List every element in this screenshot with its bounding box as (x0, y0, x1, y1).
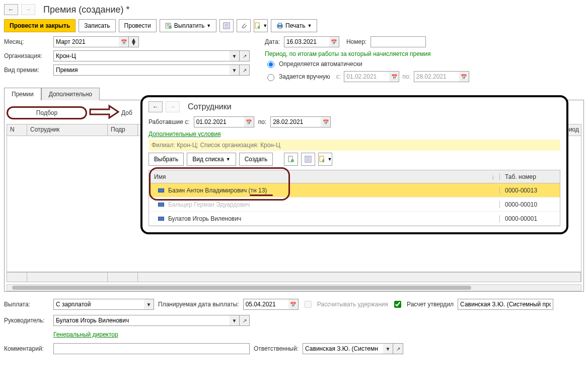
approved-label: Расчет утвердил (407, 301, 454, 308)
refresh-icon-button[interactable] (284, 153, 298, 166)
period-to-input[interactable] (414, 71, 459, 82)
select-button[interactable]: Выбрать (149, 153, 184, 166)
date-input[interactable] (284, 36, 329, 47)
calendar-icon[interactable]: 📅 (329, 36, 339, 47)
spinner-icon[interactable]: ▲▼ (129, 36, 139, 47)
month-input[interactable] (53, 36, 119, 47)
open-icon[interactable]: ↗ (240, 50, 250, 61)
post-button[interactable]: Провести (119, 19, 157, 32)
chevron-down-icon[interactable]: ▼ (230, 315, 240, 326)
period-manual-label: Задается вручную (279, 73, 330, 80)
number-input[interactable] (371, 36, 426, 47)
period-manual-radio[interactable] (267, 74, 274, 81)
pay-icon (165, 22, 172, 29)
popup-title: Сотрудники (188, 102, 232, 111)
list-icon-button[interactable] (301, 153, 315, 166)
pay-button[interactable]: Выплатить ▼ (160, 19, 216, 32)
payout-label: Выплата: (4, 301, 49, 308)
svg-point-9 (291, 159, 294, 162)
employee-icon (158, 217, 164, 221)
worked-to-input[interactable] (270, 116, 321, 127)
tab-premii[interactable]: Премии (4, 88, 41, 100)
create-button[interactable]: Создать (239, 153, 273, 166)
col-dept: Подр (108, 124, 138, 136)
filter-banner: Филиал: Крон-Ц; Список организация: Крон… (149, 140, 560, 151)
chevron-down-icon[interactable]: ▼ (383, 343, 393, 354)
open-icon[interactable]: ↗ (240, 315, 250, 326)
plan-date-label: Планируемая дата выплаты: (158, 301, 239, 308)
chevron-down-icon[interactable]: ▼ (144, 299, 154, 310)
print-button[interactable]: Печать ▼ (271, 19, 317, 32)
employees-popup: ← → Сотрудники Работавшие с: 📅 по: 📅 Доп… (140, 95, 568, 234)
popup-forward-button[interactable]: → (166, 101, 180, 112)
podbor-button[interactable]: Подбор (7, 106, 87, 119)
worked-from-input[interactable] (194, 116, 244, 127)
popup-back-button[interactable]: ← (149, 101, 163, 112)
employee-row[interactable]: Булатов Игорь Виленович 0000-00001 (149, 212, 560, 226)
col-name[interactable]: Имя↓ (149, 173, 499, 180)
date-label: Дата: (265, 38, 280, 45)
chevron-down-icon[interactable]: ▼ (230, 64, 240, 76)
list-icon-button[interactable] (219, 19, 234, 32)
responsible-label: Ответственный: (254, 345, 299, 352)
month-label: Месяц: (4, 38, 49, 45)
approved-checkbox[interactable] (394, 301, 401, 308)
sort-icon: ↓ (491, 173, 494, 180)
chevron-down-icon: ▼ (206, 23, 211, 28)
org-label: Организация: (4, 52, 49, 59)
type-input[interactable] (53, 64, 230, 76)
doc-action-button[interactable]: ▼ (254, 19, 268, 32)
manager-input[interactable] (53, 315, 230, 326)
calendar-icon[interactable]: 📅 (288, 299, 299, 310)
calc-hold-checkbox (305, 301, 312, 308)
period-auto-radio[interactable] (267, 61, 274, 68)
comment-label: Комментарий: (4, 345, 49, 352)
employee-row[interactable]: Базин Антон Владимирович (тн 13) 0000-00… (149, 183, 560, 198)
chevron-down-icon: ▼ (226, 157, 231, 162)
calendar-icon[interactable]: 📅 (459, 71, 469, 82)
attach-button[interactable] (237, 19, 251, 32)
extra-conditions-link[interactable]: Дополнительные условия (149, 131, 560, 138)
manager-role-link[interactable]: Генеральный директор (53, 331, 118, 338)
open-icon[interactable]: ↗ (393, 343, 403, 354)
col-n: N (7, 124, 27, 136)
type-label: Вид премии: (4, 67, 49, 74)
employee-icon (158, 188, 164, 192)
arrow-annotation (89, 104, 119, 121)
period-from-input[interactable] (344, 71, 389, 82)
calendar-icon[interactable]: 📅 (244, 116, 254, 127)
svg-rect-6 (278, 23, 281, 25)
doc-action-button[interactable]: ▼ (318, 153, 332, 166)
grid-footer (7, 272, 581, 282)
svg-rect-7 (278, 27, 281, 28)
calc-hold-label: Рассчитывать удержания (317, 301, 388, 308)
open-icon[interactable]: ↗ (240, 64, 250, 76)
employee-icon (158, 203, 164, 207)
plan-date-input[interactable] (243, 299, 288, 310)
period-auto-label: Определяется автоматически (279, 60, 362, 68)
chevron-down-icon: ▼ (307, 23, 312, 28)
org-input[interactable] (53, 50, 230, 61)
calendar-icon[interactable]: 📅 (321, 116, 331, 127)
printer-icon (276, 22, 283, 29)
responsible-input[interactable] (303, 343, 383, 354)
horizontal-scrollbar[interactable] (7, 284, 581, 291)
post-and-close-button[interactable]: Провести и закрыть (4, 19, 76, 32)
view-list-button[interactable]: Вид списка ▼ (187, 153, 236, 166)
svg-point-1 (169, 26, 172, 29)
to-label: по: (402, 73, 411, 80)
tab-dop[interactable]: Дополнительно (41, 88, 100, 100)
add-button-partial[interactable]: Доб (121, 109, 132, 116)
comment-input[interactable] (53, 343, 250, 354)
calendar-icon[interactable]: 📅 (119, 36, 129, 47)
approver-input[interactable] (458, 299, 553, 310)
forward-button[interactable]: → (21, 4, 35, 15)
back-button[interactable]: ← (4, 4, 18, 15)
chevron-down-icon[interactable]: ▼ (230, 50, 240, 61)
col-tab-number[interactable]: Таб. номер (499, 173, 560, 180)
calendar-icon[interactable]: 📅 (389, 71, 399, 82)
save-button[interactable]: Записать (79, 19, 115, 32)
worked-to-label: по: (258, 118, 267, 125)
employee-row[interactable]: Бальцер Герман Эдуардович 0000-00010 (149, 198, 560, 212)
payout-input[interactable] (53, 299, 144, 310)
